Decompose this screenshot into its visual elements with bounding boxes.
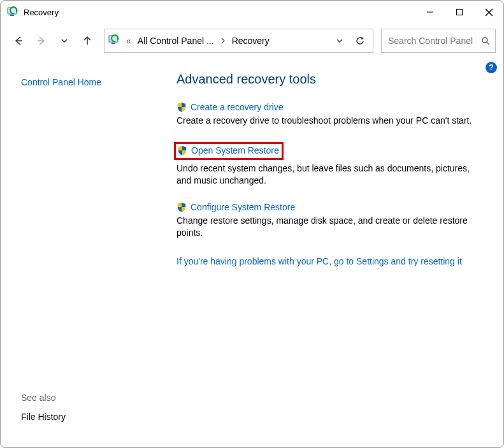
help-icon[interactable]: ? <box>486 62 497 73</box>
forward-button[interactable] <box>31 31 52 51</box>
refresh-button[interactable] <box>351 31 369 51</box>
back-button[interactable] <box>8 31 29 51</box>
search-input[interactable] <box>387 35 477 47</box>
troubleshoot-reset-link[interactable]: If you're having problems with your PC, … <box>176 256 488 266</box>
open-system-restore-desc: Undo recent system changes, but leave fi… <box>176 163 482 187</box>
open-system-restore-link[interactable]: Open System Restore <box>191 145 279 155</box>
sidebar: Control Panel Home See also File History <box>1 62 166 447</box>
window-controls <box>415 1 503 24</box>
address-dropdown-icon[interactable] <box>332 31 347 51</box>
breadcrumb-overflow-icon[interactable]: « <box>124 36 134 46</box>
search-box[interactable] <box>381 29 496 53</box>
control-panel-home-link[interactable]: Control Panel Home <box>21 77 156 87</box>
recovery-app-icon <box>7 6 18 18</box>
svg-point-14 <box>482 38 487 43</box>
titlebar: Recovery <box>1 1 503 24</box>
svg-rect-11 <box>112 43 115 44</box>
control-panel-icon <box>108 34 120 48</box>
address-bar[interactable]: « All Control Panel ... Recovery <box>104 29 373 53</box>
see-also-label: See also <box>21 393 156 403</box>
minimize-button[interactable] <box>415 1 445 24</box>
configure-system-restore-desc: Change restore settings, manage disk spa… <box>176 215 482 239</box>
uac-shield-icon <box>176 202 187 212</box>
up-button[interactable] <box>77 31 97 51</box>
highlight-annotation: Open System Restore <box>174 142 284 160</box>
content: Control Panel Home See also File History… <box>1 58 503 447</box>
page-heading: Advanced recovery tools <box>176 72 488 87</box>
breadcrumb-2[interactable]: Recovery <box>232 36 270 46</box>
file-history-link[interactable]: File History <box>21 412 156 422</box>
create-recovery-drive-desc: Create a recovery drive to troubleshoot … <box>176 115 482 127</box>
svg-rect-1 <box>10 15 14 16</box>
svg-marker-13 <box>361 37 364 40</box>
maximize-button[interactable] <box>445 1 474 24</box>
breadcrumb-1[interactable]: All Control Panel ... <box>138 36 214 46</box>
configure-system-restore-link[interactable]: Configure System Restore <box>191 202 295 212</box>
search-icon <box>481 36 490 45</box>
breadcrumb-sep-icon <box>218 38 228 44</box>
svg-rect-4 <box>457 10 463 15</box>
sidebar-footer: See also File History <box>21 393 156 437</box>
nav-row: « All Control Panel ... Recovery <box>1 24 503 58</box>
create-recovery-drive-link[interactable]: Create a recovery drive <box>191 102 284 112</box>
close-button[interactable] <box>474 1 503 24</box>
tool-item-create-recovery-drive: Create a recovery drive Create a recover… <box>176 102 482 127</box>
window-title: Recovery <box>24 8 59 17</box>
uac-shield-icon <box>177 145 187 155</box>
svg-line-15 <box>487 42 489 45</box>
main-panel: ? Advanced recovery tools Create a recov… <box>166 62 503 447</box>
recent-locations-dropdown[interactable] <box>54 31 75 51</box>
tool-item-open-system-restore: Open System Restore Undo recent system c… <box>176 142 482 187</box>
uac-shield-icon <box>176 102 187 112</box>
tool-item-configure-system-restore: Configure System Restore Change restore … <box>176 202 482 239</box>
